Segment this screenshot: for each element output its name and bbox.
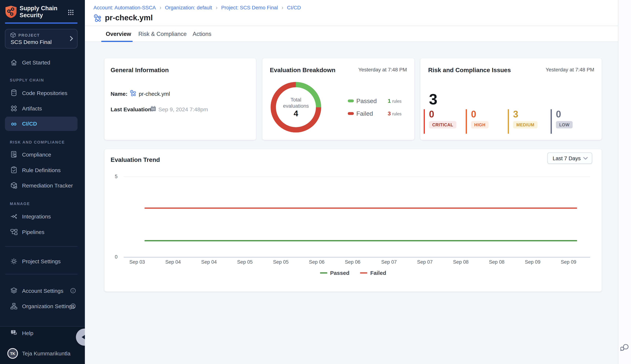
breadcrumb-separator: › [159,4,161,10]
critical-badge: CRITICAL [429,121,457,128]
x-axis-labels: Sep 03 Sep 04 Sep 04 Sep 05 Sep 05 Sep 0… [104,259,602,266]
page-header: Account: Automation-SSCA › Organization:… [85,0,618,42]
app-title: Supply Chain Security [20,5,57,18]
evaluation-trend-card: Evaluation Trend Last 7 Days 5 0 Sep 03 … [104,149,602,292]
x-tick: Sep 05 [273,259,289,265]
donut-center-label: Total evaluations 4 [276,97,316,117]
failed-line-swatch [360,272,367,274]
sidebar-item-account-settings[interactable]: Account Settings [0,284,85,297]
sidebar-divider [5,246,78,247]
name-label: Name: [111,91,127,97]
critical-count: 0 [429,109,457,119]
last-evaluation-value: Sep 9, 2024 7:48pm [158,106,208,112]
failed-legend-label: Failed [356,110,373,117]
breadcrumb-account[interactable]: Account: Automation-SSCA [94,5,156,10]
sidebar-item-label: Account Settings [22,288,63,294]
sidebar-item-label: Help [22,330,33,336]
active-tab-underline [101,41,133,42]
sidebar-item-organization-settings[interactable]: Organization Settings [0,300,85,312]
severity-medium: 3 MEDIUM [508,109,538,134]
sidebar-item-pipelines[interactable]: Pipelines [0,226,85,238]
sidebar-item-integrations[interactable]: Integrations [0,210,85,223]
risk-compliance-issues-card: Risk and Compliance Issues Yesterday at … [420,58,602,140]
sidebar-item-code-repositories[interactable]: </> Code Repositories [0,87,85,99]
module-grid-icon[interactable] [68,9,74,16]
x-tick: Sep 08 [453,259,469,265]
evaluation-breakdown-card: Evaluation Breakdown Yesterday at 7:48 P… [263,58,414,140]
sidebar-section-manage: MANAGE [10,202,30,206]
total-issues-value: 3 [429,91,438,108]
passed-count: 1 [388,98,391,104]
tab-actions[interactable]: Actions [193,26,211,42]
integrations-icon [10,212,18,221]
failed-unit: rules [392,111,402,116]
sidebar-item-cicd[interactable]: ∞ CI/CD [5,117,78,131]
evaluation-donut-chart: Total evaluations 4 [271,82,321,132]
medium-badge: MEDIUM [513,121,538,128]
pipeline-icon [94,14,102,22]
x-tick: Sep 03 [129,259,145,265]
breadcrumb-separator: › [216,4,218,10]
sidebar-item-label: Artifacts [22,106,42,112]
failed-count: 3 [388,110,391,116]
severity-critical: 0 CRITICAL [424,109,457,134]
remediation-box-icon [10,182,18,190]
legend-failed: Failed [360,270,386,276]
tab-risk-compliance[interactable]: Risk & Compliance [138,26,187,42]
x-tick: Sep 08 [489,259,505,265]
breadcrumb-cicd[interactable]: CI/CD [287,5,301,10]
sidebar-item-get-started[interactable]: Get Started [0,56,85,68]
sidebar-item-help[interactable]: ? Help [0,327,85,339]
card-timestamp: Yesterday at 7:48 PM [358,67,407,72]
x-tick: Sep 05 [237,259,253,265]
tab-overview[interactable]: Overview [106,26,131,42]
medium-count: 3 [513,109,538,119]
sidebar-item-label: Get Started [22,59,50,65]
sidebar-item-project-settings[interactable]: Project Settings [0,255,85,268]
sidebar-item-label: Remediation Tracker [22,182,73,188]
card-title: General Information [111,66,169,74]
time-range-dropdown[interactable]: Last 7 Days [547,152,592,164]
sidebar-item-remediation-tracker[interactable]: Remediation Tracker [0,180,85,192]
avatar[interactable]: TK [7,348,18,359]
passed-series-line [144,240,577,241]
sidebar-item-artifacts[interactable]: Artifacts [0,102,85,114]
sidebar-item-label: Pipelines [22,229,44,235]
donut-hole: Total evaluations 4 [276,87,316,127]
gear-icon [10,257,18,266]
right-rail [618,0,631,364]
severity-high: 0 HIGH [466,109,489,134]
sidebar-accent-divider [5,22,78,24]
avatar-initials: TK [10,351,15,356]
project-selector[interactable]: PROJECT SCS Demo Final [5,29,78,48]
sidebar-item-compliance[interactable]: Compliance [0,148,85,160]
breadcrumb-organization[interactable]: Organization: default [165,5,212,10]
severity-low: 0 LOW [550,109,573,134]
project-label: PROJECT [18,33,40,37]
name-value: pr-check.yml [139,91,170,97]
clipboard-check-icon [10,166,18,174]
sidebar-item-label: Code Repositories [22,90,67,96]
app-root: Supply Chain Security PROJECT SCS Demo F… [0,0,631,364]
tab-bar: Overview Risk & Compliance Actions [85,26,618,42]
sidebar: Supply Chain Security PROJECT SCS Demo F… [0,0,85,364]
passed-line-swatch [320,272,327,274]
user-name: Teja Kummarikuntla [22,351,70,357]
high-badge: HIGH [471,121,489,128]
chat-bubbles-icon[interactable] [620,344,629,352]
page-title: pr-check.yml [105,13,153,22]
x-tick: Sep 09 [525,259,540,265]
passed-legend-pill [348,100,354,102]
breadcrumb-separator: › [282,4,283,10]
organization-icon [10,302,18,310]
project-cube-icon [10,32,16,38]
breadcrumb-project[interactable]: Project: SCS Demo Final [221,5,278,10]
main-content: General Information Name: pr-check.yml L… [85,42,618,364]
artifacts-icon [10,104,18,112]
sidebar-item-rule-definitions[interactable]: Rule Definitions [0,164,85,176]
x-tick: Sep 07 [417,259,433,265]
chevron-right-icon [70,36,73,41]
pipelines-icon [10,228,18,236]
failed-legend-pill [348,112,354,115]
sidebar-item-label: Rule Definitions [22,167,61,173]
